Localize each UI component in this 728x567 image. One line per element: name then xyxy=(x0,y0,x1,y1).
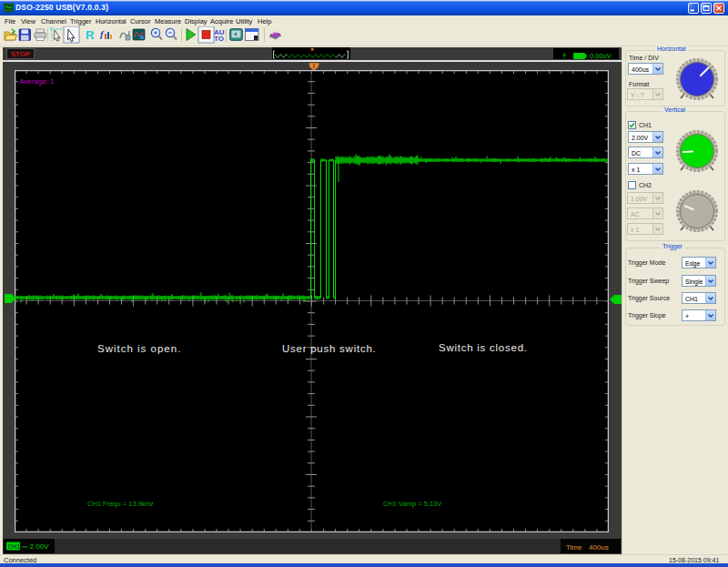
svg-text:Switch is closed.: Switch is closed. xyxy=(439,342,528,353)
svg-text:CH1 Frequ = 13.9kHz: CH1 Frequ = 13.9kHz xyxy=(87,500,154,508)
svg-text:400us: 400us xyxy=(589,543,609,552)
svg-text:f: f xyxy=(100,28,105,39)
svg-text:Time: Time xyxy=(566,543,582,552)
svg-text:CH1 Vamp = 5.13V: CH1 Vamp = 5.13V xyxy=(383,500,441,508)
svg-text:Switch is open.: Switch is open. xyxy=(97,343,181,354)
svg-text:Average: 1: Average: 1 xyxy=(19,77,55,86)
svg-text:R: R xyxy=(86,28,95,42)
svg-text:0.00uV: 0.00uV xyxy=(590,52,612,60)
svg-text:User push switch.: User push switch. xyxy=(282,343,377,354)
svg-text:CH1: CH1 xyxy=(7,543,20,550)
svg-text:⎓ 2.00V: ⎓ 2.00V xyxy=(22,542,49,551)
svg-text:TO: TO xyxy=(214,35,224,43)
